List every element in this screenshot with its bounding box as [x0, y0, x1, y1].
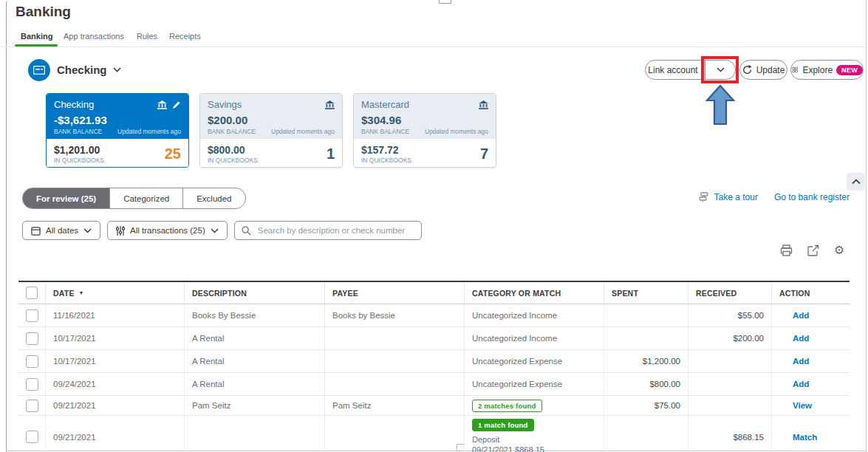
link-account-label[interactable]: Link account [646, 61, 700, 79]
col-category-or-match[interactable]: CATEGORY OR MATCH [465, 282, 604, 304]
table-row[interactable]: 10/17/2021 A Rental Uncategorized Expens… [18, 350, 850, 373]
category-label: Uncategorized Expense [472, 380, 562, 388]
col-description[interactable]: DESCRIPTION [185, 282, 325, 304]
card-title: Savings [208, 99, 242, 110]
match-detail-lines: Deposit09/21/2021 $868.15 [472, 434, 544, 452]
cell-date: 09/24/2021 [46, 373, 185, 395]
row-action-link[interactable]: Add [772, 304, 850, 326]
active-tab-underline [15, 44, 58, 47]
explore-button[interactable]: Explore NEW [790, 60, 864, 80]
update-label: Update [756, 65, 785, 75]
updated-timestamp: Updated moments ago [117, 128, 181, 135]
table-row[interactable]: 10/17/2021 A Rental Uncategorized Income… [18, 327, 850, 350]
bank-card-icon [33, 66, 45, 75]
row-action-link[interactable]: Add [772, 373, 850, 395]
quickbooks-balance: $800.00 [208, 144, 258, 156]
date-filter-dropdown[interactable]: All dates [22, 221, 100, 240]
quickbooks-balance-label: IN QUICKBOOKS [208, 157, 258, 164]
transactions-filter-dropdown[interactable]: All transactions (25) [107, 221, 228, 240]
col-spent[interactable]: SPENT [604, 282, 688, 304]
sort-caret-icon: ▼ [79, 290, 84, 295]
update-button[interactable]: Update [739, 60, 787, 80]
explore-label: Explore [802, 65, 833, 75]
take-a-tour-link[interactable]: Take a tour [699, 192, 758, 202]
row-checkbox-cell [18, 396, 46, 415]
page-right-border [866, 0, 867, 452]
row-checkbox[interactable] [26, 332, 38, 345]
table-body: 11/16/2021 Books By Bessie Books by Bess… [18, 304, 850, 452]
gear-icon: ⚙ [834, 244, 844, 256]
tab-categorized[interactable]: Categorized [110, 188, 183, 208]
chevron-up-icon [852, 179, 861, 185]
print-button[interactable] [780, 244, 793, 256]
bank-icon [157, 100, 167, 109]
row-action-link[interactable]: Add [772, 327, 850, 349]
edit-pencil-icon[interactable] [172, 100, 181, 109]
category-label: Uncategorized Expense [472, 357, 562, 366]
cell-received [688, 373, 772, 395]
col-date[interactable]: DATE▼ [46, 282, 185, 304]
page-left-border [6, 1, 7, 452]
page-title: Banking [16, 4, 71, 20]
tab-excluded[interactable]: Excluded [183, 188, 245, 208]
bank-balance-amount: -$3,621.93 [54, 114, 181, 126]
account-card-checking[interactable]: Checking -$3,621.93 BANK BALANCE Updated… [46, 93, 189, 168]
row-checkbox[interactable] [26, 355, 38, 368]
table-row[interactable]: 09/24/2021 A Rental Uncategorized Expens… [18, 373, 850, 396]
cell-date: 10/17/2021 [46, 350, 185, 372]
account-avatar [28, 59, 50, 81]
row-action-link[interactable]: Match [772, 416, 850, 452]
cell-description: Pam Seitz [185, 396, 325, 415]
go-to-bank-register-link[interactable]: Go to bank register [774, 192, 850, 202]
search-field-container [234, 221, 422, 240]
col-action: ACTION [772, 282, 850, 304]
tab-app-transactions[interactable]: App transactions [64, 32, 124, 41]
tab-rules[interactable]: Rules [137, 32, 157, 41]
cell-category: Uncategorized Expense [465, 373, 604, 395]
table-row[interactable]: 09/21/2021 1 match foundDeposit09/21/202… [18, 416, 850, 452]
chevron-down-icon [83, 228, 92, 233]
table-row[interactable]: 11/16/2021 Books By Bessie Books by Bess… [18, 304, 850, 327]
table-row[interactable]: 09/21/2021 Pam Seitz Pam Seitz 2 matches… [18, 396, 850, 416]
row-checkbox[interactable] [26, 431, 38, 443]
category-label: Uncategorized Income [472, 311, 557, 320]
row-checkbox[interactable] [26, 378, 38, 391]
cell-spent: $1,200.00 [604, 350, 688, 372]
export-button[interactable] [807, 244, 819, 256]
tab-banking[interactable]: Banking [21, 32, 52, 41]
row-checkbox[interactable] [26, 400, 38, 412]
sliders-icon [116, 226, 125, 236]
nav-tab-bar: Banking App transactions Rules Receipts [0, 30, 868, 47]
row-checkbox-cell [18, 304, 46, 326]
calendar-icon [31, 226, 41, 236]
cell-received [688, 396, 772, 415]
account-selector-label: Checking [57, 64, 107, 76]
col-received[interactable]: RECEIVED [688, 282, 772, 304]
tab-receipts[interactable]: Receipts [169, 32, 201, 41]
collapse-cards-button[interactable] [847, 173, 865, 191]
col-payee[interactable]: PAYEE [325, 282, 465, 304]
refresh-icon [742, 65, 752, 75]
settings-button[interactable]: ⚙ [834, 244, 844, 256]
cell-received: $55.00 [688, 304, 772, 326]
bank-balance-label: BANK BALANCE [208, 128, 256, 135]
account-selector[interactable]: Checking [57, 64, 121, 76]
printer-icon [780, 244, 793, 256]
cell-payee [325, 327, 465, 349]
search-input[interactable] [256, 225, 414, 236]
search-icon [242, 226, 251, 236]
row-action-link[interactable]: Add [772, 350, 850, 372]
new-badge: NEW [836, 65, 863, 75]
cell-date: 09/21/2021 [46, 416, 185, 452]
card-title: Mastercard [361, 99, 409, 110]
take-a-tour-label: Take a tour [714, 192, 758, 202]
tab-for-review[interactable]: For review (25) [23, 188, 110, 208]
select-all-checkbox[interactable] [26, 287, 38, 299]
cell-payee: Books by Bessie [325, 304, 465, 326]
match-badge: 1 match found [472, 419, 534, 431]
row-action-link[interactable]: View [772, 396, 850, 415]
account-card-savings[interactable]: Savings $200.00 BANK BALANCE Updated mom… [199, 93, 343, 168]
transaction-count: 25 [165, 145, 181, 162]
row-checkbox[interactable] [26, 309, 38, 322]
account-card-mastercard[interactable]: Mastercard $304.96 BANK BALANCE Updated … [353, 93, 496, 168]
